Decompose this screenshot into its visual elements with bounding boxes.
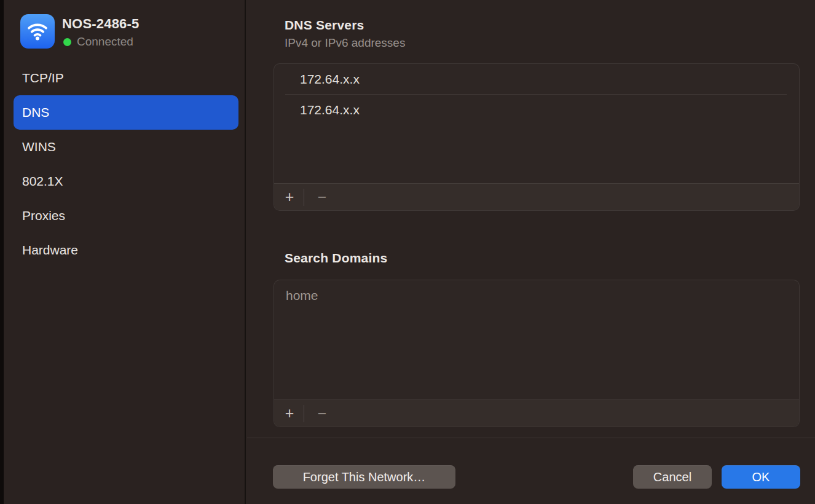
sidebar-item-wins[interactable]: WINS: [14, 130, 238, 164]
search-domains-toolbar: + −: [274, 400, 799, 427]
remove-dns-server-button[interactable]: −: [312, 187, 333, 208]
search-domains-list: home + −: [274, 280, 800, 427]
connection-status: Connected: [63, 35, 133, 49]
sidebar-item-dns[interactable]: DNS: [14, 95, 238, 130]
sidebar-item-tcpip[interactable]: TCP/IP: [14, 61, 238, 95]
network-name: NOS-2486-5: [62, 16, 140, 32]
footer-divider: [247, 438, 815, 438]
dns-server-row[interactable]: 172.64.x.x: [274, 64, 799, 94]
dns-servers-subtitle: IPv4 or IPv6 addresses: [285, 36, 405, 50]
sidebar-item-hardware[interactable]: Hardware: [14, 233, 238, 267]
sidebar-item-proxies[interactable]: Proxies: [14, 199, 238, 233]
status-dot: [63, 38, 71, 46]
add-dns-server-button[interactable]: +: [279, 187, 300, 208]
dns-server-row[interactable]: 172.64.x.x: [274, 95, 799, 125]
ok-button[interactable]: OK: [722, 465, 800, 489]
toolbar-separator: [304, 189, 304, 206]
search-domains-title: Search Domains: [285, 251, 387, 266]
dns-settings-panel: DNS Servers IPv4 or IPv6 addresses 172.6…: [247, 0, 815, 504]
sidebar-nav: TCP/IP DNS WINS 802.1X Proxies Hardware: [4, 61, 246, 267]
remove-search-domain-button[interactable]: −: [312, 403, 333, 424]
dns-servers-title: DNS Servers: [285, 18, 364, 33]
sidebar-item-8021x[interactable]: 802.1X: [14, 164, 238, 199]
cancel-button[interactable]: Cancel: [633, 465, 712, 489]
add-search-domain-button[interactable]: +: [279, 403, 300, 424]
sidebar: NOS-2486-5 Connected TCP/IP DNS WINS 802…: [4, 0, 246, 504]
dns-servers-toolbar: + −: [274, 183, 799, 210]
dns-servers-list: 172.64.x.x 172.64.x.x + −: [274, 63, 800, 211]
search-domain-row[interactable]: home: [274, 280, 799, 310]
status-text: Connected: [77, 35, 133, 49]
wifi-icon: [20, 14, 55, 49]
forget-network-button[interactable]: Forget This Network…: [273, 465, 455, 489]
toolbar-separator: [304, 405, 304, 422]
